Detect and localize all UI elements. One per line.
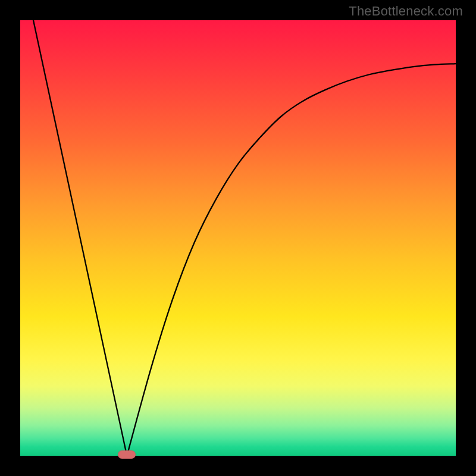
curve-svg xyxy=(20,20,456,456)
watermark-text: TheBottleneck.com xyxy=(349,4,463,19)
chart-frame: TheBottleneck.com xyxy=(0,0,476,476)
min-marker xyxy=(118,450,136,459)
plot-area xyxy=(20,20,456,456)
bottleneck-curve xyxy=(33,20,456,456)
